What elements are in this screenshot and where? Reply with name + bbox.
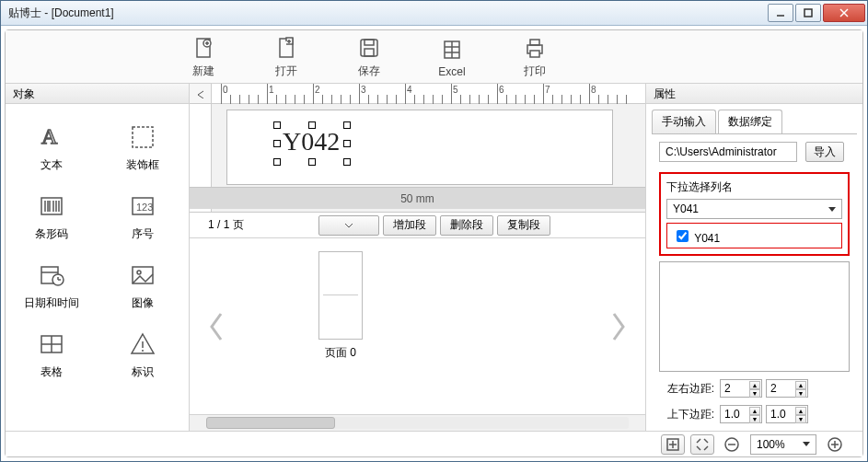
tab-data-binding[interactable]: 数据绑定: [718, 110, 782, 133]
segment-selector[interactable]: [318, 215, 379, 236]
copy-segment-button[interactable]: 复制段: [497, 215, 550, 236]
zoom-actual-button[interactable]: [690, 434, 714, 455]
zoom-fit-button[interactable]: [661, 434, 685, 455]
svg-rect-12: [365, 40, 374, 45]
window-controls: [766, 4, 865, 22]
toolbar-label: 保存: [358, 64, 380, 79]
properties-tabs: 手动输入 数据绑定: [646, 104, 862, 133]
minimize-button[interactable]: [768, 4, 793, 22]
zoom-level-combo[interactable]: 100%: [750, 434, 816, 455]
ruler-number: 4: [407, 85, 412, 95]
object-text[interactable]: A 文本: [6, 113, 98, 182]
spin-down-icon[interactable]: ▼: [795, 389, 806, 398]
data-path-field[interactable]: C:\Users\Administrator: [659, 142, 797, 162]
app-frame: 新建 打开 保存 Excel 打印 对象: [5, 29, 863, 457]
object-datetime[interactable]: 日期和时间: [6, 251, 98, 320]
next-page-button[interactable]: [608, 308, 629, 345]
properties-header: 属性: [646, 84, 862, 104]
ruler-number: 2: [315, 85, 320, 95]
ruler-origin[interactable]: [190, 84, 212, 104]
delete-segment-button[interactable]: 删除段: [440, 215, 493, 236]
selection-handle[interactable]: [273, 140, 281, 147]
spin-up-icon[interactable]: ▲: [795, 407, 806, 415]
selection-handle[interactable]: [308, 158, 316, 166]
table-icon: [37, 329, 66, 359]
spin-up-icon[interactable]: ▲: [749, 407, 760, 415]
chevron-down-icon: [803, 442, 810, 446]
new-file-icon: [191, 34, 215, 62]
tb-margin-top-input[interactable]: 1.0▲▼: [720, 405, 762, 423]
object-barcode[interactable]: 条形码: [6, 182, 98, 251]
ruler-horizontal[interactable]: 012345678: [212, 84, 645, 104]
new-button[interactable]: 新建: [162, 34, 245, 79]
column-dropdown[interactable]: Y041: [666, 199, 842, 219]
label-canvas[interactable]: Y042: [226, 110, 613, 185]
object-label: 图像: [132, 295, 154, 311]
object-table[interactable]: 表格: [6, 320, 98, 389]
open-folder-icon: [274, 34, 298, 62]
column-checklist[interactable]: Y041: [666, 223, 842, 248]
column-check-item[interactable]: Y041: [673, 232, 720, 245]
object-frame[interactable]: 装饰框: [98, 113, 190, 182]
segment-bar: 1 / 1 页 增加段 删除段 复制段: [190, 213, 645, 238]
spin-up-icon[interactable]: ▲: [749, 381, 760, 389]
ruler-number: 3: [361, 85, 366, 95]
selection-handle[interactable]: [308, 121, 316, 129]
object-label: 序号: [132, 226, 154, 242]
serial-icon: 123: [128, 191, 157, 221]
page-thumbnail-label: 页面 0: [325, 345, 356, 361]
save-button[interactable]: 保存: [328, 34, 411, 79]
object-symbol[interactable]: 标识: [98, 320, 190, 389]
selection-handle[interactable]: [343, 140, 351, 147]
canvas-area[interactable]: 012345678 Y042 50: [190, 84, 645, 213]
svg-text:123: 123: [136, 202, 153, 213]
svg-rect-22: [133, 127, 153, 147]
toolbar-label: 打印: [524, 64, 546, 79]
maximize-button[interactable]: [795, 4, 821, 22]
page-thumbnail[interactable]: 页面 0: [318, 251, 363, 361]
zoom-out-button[interactable]: [720, 434, 744, 455]
spin-down-icon[interactable]: ▼: [749, 415, 760, 423]
horizontal-scrollbar[interactable]: [190, 414, 645, 431]
lr-margin-left-input[interactable]: 2▲▼: [720, 379, 762, 398]
prev-page-button[interactable]: [206, 308, 226, 345]
preview-box: [659, 261, 850, 372]
object-serial[interactable]: 123 序号: [98, 182, 190, 251]
object-sidebar: 对象 A 文本 装饰框: [6, 84, 190, 431]
tb-margin-row: 上下边距: 1.0▲▼ 1.0▲▼: [659, 405, 850, 423]
object-label: 标识: [132, 364, 154, 380]
properties-panel: 属性 手动输入 数据绑定 C:\Users\Administrator 导入 下…: [646, 84, 862, 431]
svg-text:A: A: [41, 124, 58, 148]
object-image[interactable]: 图像: [98, 251, 190, 320]
open-button[interactable]: 打开: [245, 34, 328, 79]
tab-manual-input[interactable]: 手动输入: [652, 110, 716, 133]
svg-rect-19: [530, 40, 539, 45]
main-toolbar: 新建 打开 保存 Excel 打印: [6, 30, 862, 84]
spin-down-icon[interactable]: ▼: [749, 389, 760, 398]
excel-button[interactable]: Excel: [411, 36, 493, 78]
title-bar: 贴博士 - [Document1]: [1, 1, 867, 26]
print-button[interactable]: 打印: [493, 34, 576, 79]
print-icon: [523, 34, 547, 62]
warning-icon: [128, 329, 157, 359]
lr-margin-right-input[interactable]: 2▲▼: [766, 379, 808, 398]
canvas-sample-text[interactable]: Y042: [283, 127, 340, 156]
selection-handle[interactable]: [273, 121, 281, 129]
toolbar-label: 打开: [275, 64, 297, 79]
add-segment-button[interactable]: 增加段: [383, 215, 436, 236]
selection-handle[interactable]: [343, 121, 351, 129]
object-palette: A 文本 装饰框 条形码 1: [6, 104, 189, 431]
zoom-in-button[interactable]: [823, 434, 847, 455]
barcode-icon: [37, 191, 66, 221]
selection-handle[interactable]: [273, 158, 281, 166]
spin-up-icon[interactable]: ▲: [795, 381, 806, 389]
column-checkbox[interactable]: [677, 230, 689, 242]
spin-down-icon[interactable]: ▼: [795, 415, 806, 423]
close-button[interactable]: [823, 4, 865, 22]
dropdown-label: 下拉选择列名: [666, 179, 842, 195]
tb-margin-bottom-input[interactable]: 1.0▲▼: [766, 405, 808, 423]
selection-handle[interactable]: [343, 158, 351, 166]
import-button[interactable]: 导入: [805, 142, 844, 162]
frame-icon: [128, 122, 157, 152]
center-column: 012345678 Y042 50: [190, 84, 646, 431]
